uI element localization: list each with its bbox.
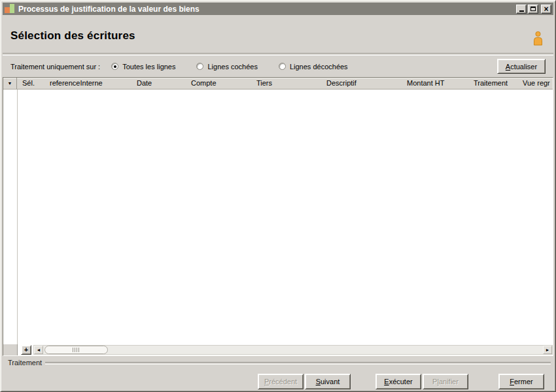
next-button[interactable]: Suivant: [305, 374, 351, 389]
refresh-button-label: Actualiser: [506, 63, 537, 71]
table-body-empty[interactable]: [3, 90, 553, 344]
column-header-vue-regroupee[interactable]: Vue regr: [517, 78, 553, 89]
scrollbar-thumb[interactable]: [44, 346, 108, 354]
radio-toutes-les-lignes[interactable]: Toutes les lignes: [111, 63, 175, 71]
close-dialog-button[interactable]: Fermer: [498, 374, 544, 389]
table-footer-corner: [3, 344, 18, 355]
next-button-label: Suivant: [316, 378, 340, 385]
dialog-content: Sélection des écritures Traitement uniqu…: [3, 15, 553, 389]
horizontal-scrollbar[interactable]: ◄ ►: [33, 345, 553, 355]
arrow-right-icon: ►: [546, 346, 550, 353]
column-header-reference-interne[interactable]: referenceInterne: [44, 78, 131, 89]
column-header-montant-ht[interactable]: Montant HT: [402, 78, 468, 89]
traitement-group: Traitement: [3, 356, 553, 368]
close-dialog-button-label: Fermer: [510, 378, 532, 385]
minimize-button[interactable]: [516, 5, 527, 14]
entries-table: ▼ Sél. referenceInterne Date Compte Tier…: [3, 77, 553, 356]
radio-lignes-cochees[interactable]: Lignes cochées: [196, 63, 257, 71]
traitement-group-label: Traitement: [8, 359, 42, 367]
maximize-icon: [530, 7, 536, 11]
radio-button-icon[interactable]: [111, 63, 118, 70]
close-icon: ×: [544, 6, 548, 12]
scrollbar-grip-icon: [73, 348, 80, 352]
maximize-button[interactable]: [528, 5, 538, 14]
previous-button[interactable]: Précédent: [258, 374, 304, 389]
page-header: Sélection des écritures: [3, 15, 553, 53]
scroll-right-button[interactable]: ►: [543, 346, 552, 354]
execute-button-label: Exécuter: [384, 378, 412, 385]
schedule-button[interactable]: Planifier: [423, 374, 468, 389]
column-selector-button[interactable]: ▼: [3, 78, 17, 89]
traitement-group-line: [45, 362, 551, 365]
app-icon: [5, 4, 14, 14]
dialog-window: Processus de justification de la valeur …: [0, 0, 556, 392]
column-header-descriptif[interactable]: Descriptif: [321, 78, 402, 89]
close-button[interactable]: ×: [541, 5, 551, 14]
app-icon-orange-bar: [5, 7, 10, 13]
radio-label: Lignes cochées: [207, 63, 257, 71]
selector-column-divider: [17, 90, 18, 344]
window-title: Processus de justification de la valeur …: [17, 5, 513, 14]
radio-lignes-decochees[interactable]: Lignes décochées: [279, 63, 348, 71]
refresh-button[interactable]: Actualiser: [497, 59, 546, 74]
table-header-row: ▼ Sél. referenceInterne Date Compte Tier…: [3, 78, 553, 90]
schedule-button-label: Planifier: [432, 378, 459, 385]
filter-row: Traitement uniquement sur : Toutes les l…: [3, 56, 553, 77]
scroll-left-button[interactable]: ◄: [34, 346, 43, 354]
page-title: Sélection des écritures: [10, 29, 135, 42]
minimize-icon: [519, 10, 524, 12]
table-footer: + ◄ ►: [3, 344, 553, 355]
radio-label: Lignes décochées: [290, 63, 348, 71]
chevron-down-icon: ▼: [8, 81, 12, 86]
window-controls: ×: [516, 5, 551, 14]
column-header-tiers[interactable]: Tiers: [251, 78, 321, 89]
filter-label: Traitement uniquement sur :: [10, 63, 100, 71]
radio-button-icon[interactable]: [196, 63, 203, 70]
add-row-button[interactable]: +: [21, 345, 31, 355]
column-header-date[interactable]: Date: [131, 78, 186, 89]
previous-button-label: Précédent: [264, 378, 297, 385]
app-icon-green-bar: [10, 4, 14, 13]
action-button-row: Précédent Suivant Exécuter Planifier Fer…: [3, 368, 553, 389]
execute-button[interactable]: Exécuter: [375, 374, 421, 389]
arrow-left-icon: ◄: [37, 346, 41, 353]
radio-button-icon[interactable]: [279, 63, 286, 70]
titlebar[interactable]: Processus de justification de la valeur …: [3, 3, 553, 15]
radio-label: Toutes les lignes: [122, 63, 175, 71]
person-icon: [532, 31, 544, 48]
column-header-sel[interactable]: Sél.: [17, 78, 44, 89]
column-header-compte[interactable]: Compte: [186, 78, 251, 89]
scrollbar-track[interactable]: [43, 346, 543, 354]
column-header-traitement[interactable]: Traitement: [468, 78, 517, 89]
